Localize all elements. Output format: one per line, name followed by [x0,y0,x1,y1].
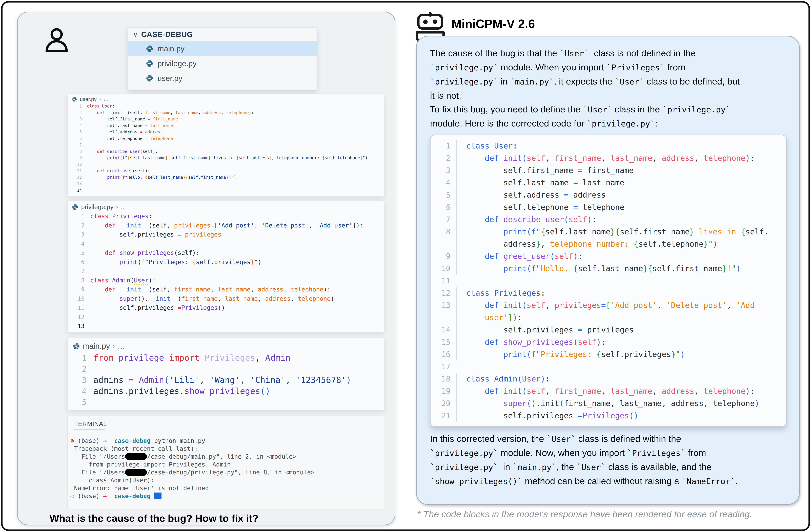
rendered-code-block: 1class User:2 def init(self, first_name,… [430,135,786,427]
code-area[interactable]: 1class Privileges:2 def __init__(self, p… [68,212,384,331]
ellipsis-icon: … [104,96,109,102]
code-line: 11 self.privileges =Privileges() [68,303,384,312]
paragraph-line: `privilege.py` module. Now, when you imp… [430,446,786,460]
code-line: 5 self.address = address [430,189,786,201]
line-number: 9 [430,250,450,262]
terminal-tab-underline [74,429,105,431]
line-number: 1 [68,212,90,221]
code-line: 7 [68,142,384,148]
code-line: 17 [430,360,786,373]
terminal-line: from privilege import Privileges, Admin [71,460,384,468]
code-line: 3 self.privileges = privileges [68,230,384,239]
terminal-line: File "/Users /case-debug/privilege.py", … [71,468,384,476]
python-icon [72,342,80,350]
line-number: 2 [68,363,93,374]
paragraph-line: The cause of the bug is that the `User` … [430,46,786,60]
code-line: 2 def init(self, first_name, last_name, … [430,152,786,164]
line-number: 5 [68,248,90,257]
terminal-line: ⊗ (base) → case-debug python main.py [71,437,384,445]
response-paragraph-2: In this corrected version, the `User` cl… [430,432,786,488]
code-line: 2 def __init__(self, first_name, last_na… [68,110,384,116]
editor-main-py: main.py › … 1from privilege import Privi… [67,338,384,410]
code-line: 3admins = Admin('Lili', 'Wang', 'China',… [68,374,384,386]
paragraph-line: `privilege.py` in `main.py`, the `User` … [430,460,786,474]
line-number: 4 [430,176,450,189]
terminal-tab[interactable]: TERMINAL [74,421,107,427]
code-line: 3 self.first_name = first_name [68,116,384,123]
editor-breadcrumb: user.py › … [68,94,384,103]
terminal-line: NameError: name 'User' is not defined [71,484,384,492]
file-label: privilege.py [157,59,197,68]
code-line: 8 def describe_user(self): [68,148,384,155]
line-number: 15 [430,336,450,348]
code-line: 1class User: [68,103,384,110]
ellipsis-icon: … [118,342,125,350]
line-number: 5 [430,189,450,201]
python-icon [146,45,153,52]
python-icon [72,204,78,210]
line-number: 18 [430,373,450,385]
python-icon [146,60,153,67]
paragraph-line: module. Here is the corrected code for `… [430,116,786,130]
file-item-user-py[interactable]: user.py [128,71,317,86]
chevron-down-icon[interactable]: ∨ [133,31,138,38]
line-number: 11 [68,168,87,174]
line-number: 3 [68,375,93,386]
code-line: 9 print(f"{self.last_name}{self.first_na… [68,155,384,161]
code-line: 13 [68,322,384,331]
terminal-output[interactable]: ⊗ (base) → case-debug python main.py Tra… [71,437,384,500]
line-number: 12 [68,174,87,181]
explorer-root-row[interactable]: ∨ CASE-DEBUG [128,28,317,41]
code-line: 11 def greet_user(self): [68,168,384,174]
line-number: 21 [430,409,450,422]
code-line: 10 print(f"Hello, {self.last_name}{self.… [430,262,786,275]
line-number: 20 [430,397,450,409]
code-line: 5 self.address = address [68,129,384,136]
code-line: 4 [68,239,384,248]
line-number: 8 [68,148,87,155]
line-number: 17 [430,360,450,373]
code-line: 9 def greet_user(self): [430,250,786,262]
code-line: address}, telephone number: {self.teleph… [430,238,786,250]
line-number: 2 [430,152,450,164]
code-line: 5 def show_privileges(self): [68,248,384,257]
editor-breadcrumb: privilege.py › … [68,201,384,212]
code-line: 6 self.telephone = telephone [430,201,786,213]
python-icon [146,74,153,82]
code-line: 8 print(f"{self.last_name}{self.first_na… [430,225,786,238]
file-item-main-py[interactable]: main.py [128,41,317,56]
file-item-privilege-py[interactable]: privilege.py [128,56,317,71]
line-number: 5 [68,129,87,136]
code-line: 16 print(f"Privileges: {self.privileges}… [430,348,786,360]
filename: main.py [83,342,110,350]
line-number: 4 [68,123,87,129]
line-number: 1 [430,140,450,152]
paragraph-line: `show_privileges()` method can be called… [430,474,786,488]
code-area[interactable]: 1from privilege import Privileges, Admin… [68,352,384,408]
terminal-line: File "/Users /case-debug/main.py", line … [71,453,384,460]
line-number: 3 [430,164,450,176]
terminal-panel[interactable]: TERMINAL ⊗ (base) → case-debug python ma… [67,416,384,510]
file-label: user.py [157,74,182,83]
code-line: 9 def __init__(self, first_name, last_na… [68,285,384,294]
code-line: 6 print(f"Privileges: {self.privileges}"… [68,257,384,267]
debug-case-card: ∨ CASE-DEBUG main.py privilege.py user.p… [17,12,395,525]
filename: user.py [80,96,97,102]
terminal-line: class Admin(User): [71,476,384,484]
line-number: 19 [430,385,450,397]
terminal-line: ○ (base) → case-debug [71,492,384,500]
figure-frame: ∨ CASE-DEBUG main.py privilege.py user.p… [1,1,810,531]
model-response-bubble: The cause of the bug is that the `User` … [416,36,800,505]
code-area[interactable]: 1class User:2 def __init__(self, first_n… [68,103,384,193]
line-number: 11 [68,303,90,312]
user-avatar-icon [43,27,70,55]
filename: privilege.py [81,203,113,210]
line-number: 3 [68,230,90,239]
paragraph-line: To fix this bug, you need to define the … [430,102,786,116]
code-line: 12class Privileges: [430,287,786,299]
line-number: 10 [68,161,87,168]
line-number: 8 [430,225,450,238]
breadcrumb-separator-icon: › [116,204,118,210]
line-number: 10 [68,294,90,303]
editor-user-py: user.py › … 1class User:2 def __init__(s… [67,94,384,197]
